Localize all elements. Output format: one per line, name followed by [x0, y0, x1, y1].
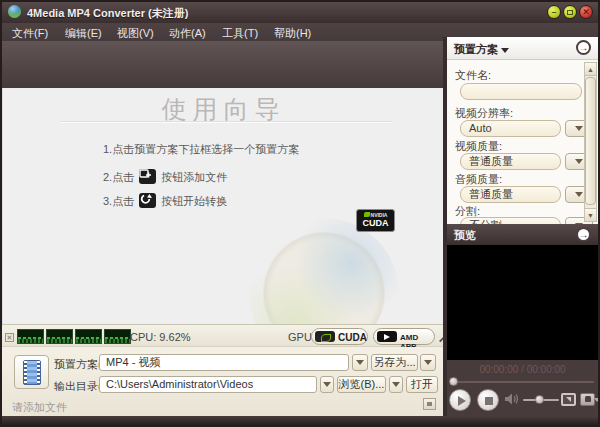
profile-panel-header: 预置方案 →: [447, 37, 598, 60]
add-file-mini-icon: [139, 169, 156, 184]
output-dir-dropdown-button[interactable]: [320, 376, 334, 393]
audio-quality-select[interactable]: 普通质量: [460, 186, 561, 203]
browse-dropdown-button[interactable]: [389, 376, 403, 393]
wizard-step-1: 1.点击预置方案下拉框选择一个预置方案: [103, 142, 299, 157]
resolution-label: 视频分辨率:: [455, 106, 513, 121]
save-as-dropdown-button[interactable]: [420, 354, 436, 371]
menu-tools[interactable]: 工具(T): [222, 26, 258, 41]
nvidia-gpu-icon: [315, 331, 335, 342]
filename-label: 文件名:: [455, 68, 491, 83]
cpu-usage-label: CPU: 9.62%: [130, 331, 191, 343]
nvidia-logo-icon: [364, 212, 370, 217]
resolution-select[interactable]: Auto: [460, 120, 561, 137]
snapshot-button[interactable]: [580, 393, 595, 406]
stop-icon: [485, 397, 493, 405]
scroll-down-icon[interactable]: ▼: [585, 208, 596, 221]
scroll-up-icon[interactable]: ▲: [585, 63, 596, 76]
window-title: 4Media MP4 Converter (未注册): [27, 6, 188, 21]
speaker-icon: [505, 393, 519, 405]
status-message: 请添加文件: [12, 400, 67, 415]
split-select[interactable]: 不分割: [460, 217, 561, 224]
amd-gpu-icon: [377, 331, 397, 342]
maximize-icon: [567, 10, 573, 15]
menu-help[interactable]: 帮助(H): [274, 26, 311, 41]
settings-scrollbar[interactable]: ▲ ▼: [584, 62, 597, 222]
profile-panel-title: 预置方案: [454, 43, 498, 55]
wizard-panel: 使用向导 1.点击预置方案下拉框选择一个预置方案 2.点击按钮添加文件 3.点击…: [2, 88, 443, 324]
preview-screen: [447, 245, 598, 360]
video-quality-select[interactable]: 普通质量: [460, 153, 561, 170]
profile-panel-expand-button[interactable]: →: [576, 40, 591, 55]
resource-bar: ✕ CPU: 9.62% GPU: CUDA AMD APP: [2, 324, 443, 347]
filename-input[interactable]: [460, 83, 582, 100]
video-quality-label: 视频质量:: [455, 139, 502, 154]
minimize-button[interactable]: –: [547, 5, 561, 19]
seek-slider-knob[interactable]: [449, 377, 458, 386]
fullscreen-button[interactable]: [561, 393, 576, 406]
convert-mini-icon: [139, 193, 156, 208]
profile-combo[interactable]: MP4 - 视频: [99, 354, 349, 371]
output-dir-combo[interactable]: C:\Users\Administrator\Videos: [99, 376, 317, 393]
preview-title: 预览: [454, 228, 476, 243]
collapse-meter-icon[interactable]: ✕: [5, 333, 14, 342]
cpu-meter: [75, 329, 102, 344]
play-button[interactable]: [449, 389, 471, 411]
mute-button[interactable]: [505, 393, 519, 405]
app-watermark: [249, 218, 399, 324]
preview-expand-button[interactable]: →: [576, 227, 591, 242]
file-list-button[interactable]: [14, 355, 49, 389]
menu-edit[interactable]: 编辑(E): [65, 26, 102, 41]
maximize-button[interactable]: [563, 5, 577, 19]
menu-action[interactable]: 动作(A): [169, 26, 206, 41]
snapshot-dropdown-caret[interactable]: [594, 398, 600, 402]
browse-button[interactable]: 浏览(B)...: [337, 376, 386, 393]
playback-time: 00:00:00 / 00:00:00: [447, 364, 598, 375]
gpu-cuda-button[interactable]: CUDA: [311, 328, 368, 345]
wizard-divider: [60, 121, 393, 122]
panel-toggle-icon[interactable]: [423, 398, 436, 410]
wizard-step-3: 3.点击按钮开始转换: [103, 193, 227, 209]
nvidia-cuda-badge: NVIDIA CUDA: [356, 209, 395, 232]
gpu-amd-button[interactable]: AMD APP: [373, 328, 435, 345]
scrollbar-thumb[interactable]: [585, 77, 596, 205]
app-window: 4Media MP4 Converter (未注册) – ✕ 文件(F) 编辑(…: [0, 0, 600, 427]
menu-view[interactable]: 视图(V): [117, 26, 154, 41]
wizard-step-2: 2.点击按钮添加文件: [103, 169, 227, 185]
player-controls: 00:00:00 / 00:00:00: [447, 360, 598, 416]
title-bar: 4Media MP4 Converter (未注册) – ✕: [2, 2, 598, 23]
profile-settings: 文件名: 视频分辨率: Auto 视频质量: 普通质量 音频质量: 普通质量 分…: [447, 60, 598, 224]
volume-slider-knob[interactable]: [535, 395, 544, 404]
menu-file[interactable]: 文件(F): [12, 26, 48, 41]
close-button[interactable]: ✕: [579, 5, 593, 19]
audio-quality-label: 音频质量:: [455, 172, 502, 187]
window-bottom-frame: [2, 416, 598, 425]
profile-dropdown-button[interactable]: [352, 354, 368, 371]
cpu-meter: [17, 329, 44, 344]
play-icon: [458, 396, 466, 406]
seek-slider[interactable]: [451, 381, 594, 383]
cpu-meter: [46, 329, 73, 344]
stop-playback-button[interactable]: [477, 389, 499, 411]
film-strip-icon: [23, 360, 41, 385]
save-as-button[interactable]: 另存为...: [371, 354, 418, 371]
preview-header: 预览 →: [447, 224, 598, 245]
chevron-down-icon[interactable]: [501, 48, 509, 53]
toolbar: [2, 41, 443, 88]
output-bar: 预置方案(P): MP4 - 视频 另存为... 输出目录(D): C:\Use…: [2, 347, 443, 416]
open-button[interactable]: 打开: [406, 376, 438, 393]
app-logo-icon: [8, 5, 21, 18]
cpu-meter: [104, 329, 131, 344]
